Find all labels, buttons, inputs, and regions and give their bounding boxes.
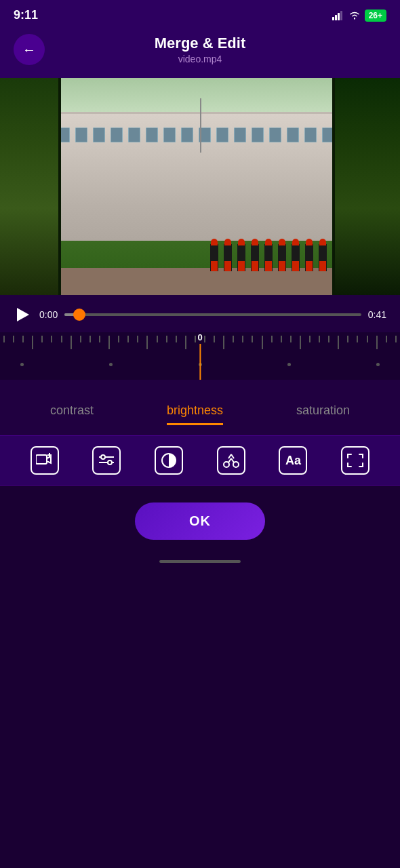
svg-point-14 <box>233 462 239 467</box>
play-triangle-icon <box>17 308 29 321</box>
color-icon <box>155 446 183 475</box>
tick <box>166 336 167 342</box>
tick <box>347 336 348 342</box>
svg-rect-2 <box>338 13 340 20</box>
svg-point-11 <box>108 460 112 465</box>
building-window <box>181 127 193 142</box>
color-button[interactable] <box>155 446 183 475</box>
tick <box>328 336 329 342</box>
tick <box>367 336 368 342</box>
tab-brightness[interactable]: brightness <box>167 403 223 425</box>
scrubber-thumb[interactable] <box>73 309 85 321</box>
tab-contrast[interactable]: contrast <box>50 403 94 425</box>
tick <box>290 336 292 342</box>
cut-button[interactable] <box>217 446 245 475</box>
tick <box>80 336 81 342</box>
building-window <box>146 127 158 142</box>
adjustments-button[interactable] <box>92 446 121 475</box>
sliders-icon-svg <box>98 453 115 468</box>
svg-rect-0 <box>332 17 334 20</box>
tab-saturation[interactable]: saturation <box>296 403 350 425</box>
tick <box>176 336 177 342</box>
add-video-button[interactable] <box>31 446 59 475</box>
tick <box>233 336 234 342</box>
text-button[interactable]: Aa <box>279 446 307 475</box>
tick <box>61 336 62 342</box>
tick <box>309 336 311 342</box>
guard-figure <box>278 244 286 271</box>
tick <box>262 336 263 349</box>
svg-point-4 <box>354 18 355 19</box>
ok-button[interactable]: OK <box>135 502 265 540</box>
tick <box>214 336 215 342</box>
status-bar: 9:11 26+ <box>0 0 400 28</box>
tick <box>108 336 110 349</box>
fullscreen-button[interactable] <box>341 446 369 475</box>
home-bar <box>159 560 241 563</box>
home-indicator <box>0 553 400 570</box>
scissors-icon-svg <box>222 452 240 469</box>
video-preview[interactable] <box>0 78 400 295</box>
guard-figure <box>251 244 259 271</box>
tick <box>204 336 205 342</box>
header-content: Merge & Edit video.mp4 <box>155 35 245 64</box>
guard-figure <box>237 244 245 271</box>
guard-figure <box>305 244 313 271</box>
tick <box>157 336 158 342</box>
tick <box>3 336 5 342</box>
tick <box>71 336 72 349</box>
scrubber-track[interactable] <box>64 313 361 316</box>
filter-tabs: contrast brightness saturation <box>0 390 400 435</box>
back-button[interactable]: ← <box>14 34 45 65</box>
tick <box>300 336 301 349</box>
tick <box>338 336 339 349</box>
building-window <box>304 127 317 142</box>
back-arrow-icon: ← <box>22 42 36 58</box>
building-window <box>234 127 246 142</box>
tick <box>376 336 378 349</box>
building-window <box>111 127 123 142</box>
building-window <box>269 127 281 142</box>
tick <box>118 336 119 342</box>
tick <box>146 336 148 349</box>
tick <box>271 336 273 342</box>
building-window <box>128 127 140 142</box>
status-time: 9:11 <box>14 8 38 22</box>
signal-icon <box>332 11 344 20</box>
playhead[interactable]: 0 <box>197 332 202 380</box>
play-button[interactable] <box>14 305 33 324</box>
fullscreen-icon-svg <box>346 453 364 468</box>
tick <box>281 336 282 342</box>
playback-row: 0:00 0:41 <box>14 305 386 324</box>
sliders-icon <box>92 446 121 475</box>
tick <box>51 336 52 342</box>
scene-road <box>54 268 339 295</box>
tick <box>386 336 387 342</box>
flag-pole <box>200 98 201 153</box>
guard-figure <box>210 244 218 271</box>
ruler-dot <box>287 363 291 366</box>
color-icon-svg <box>161 452 177 469</box>
video-plus-icon-svg <box>36 453 54 468</box>
fullscreen-icon <box>341 446 369 475</box>
tick <box>357 336 358 342</box>
file-name: video.mp4 <box>155 54 245 64</box>
svg-line-18 <box>231 454 234 458</box>
guard-figure <box>264 244 273 271</box>
tree-left <box>0 78 61 295</box>
controls-area: 0:00 0:41 <box>0 295 400 390</box>
tick <box>127 336 129 342</box>
tick <box>195 336 196 342</box>
bottom-toolbar: Aa <box>0 435 400 486</box>
timeline-ruler[interactable]: 0 <box>0 332 400 380</box>
page-title: Merge & Edit <box>155 35 245 52</box>
tick <box>319 336 320 342</box>
tick <box>32 336 33 349</box>
ruler-dot <box>109 363 113 366</box>
status-right: 26+ <box>332 9 386 22</box>
svg-rect-3 <box>340 11 342 20</box>
ok-area: OK <box>0 486 400 553</box>
building-window <box>252 127 264 142</box>
tick <box>395 336 397 342</box>
building-window <box>287 127 299 142</box>
